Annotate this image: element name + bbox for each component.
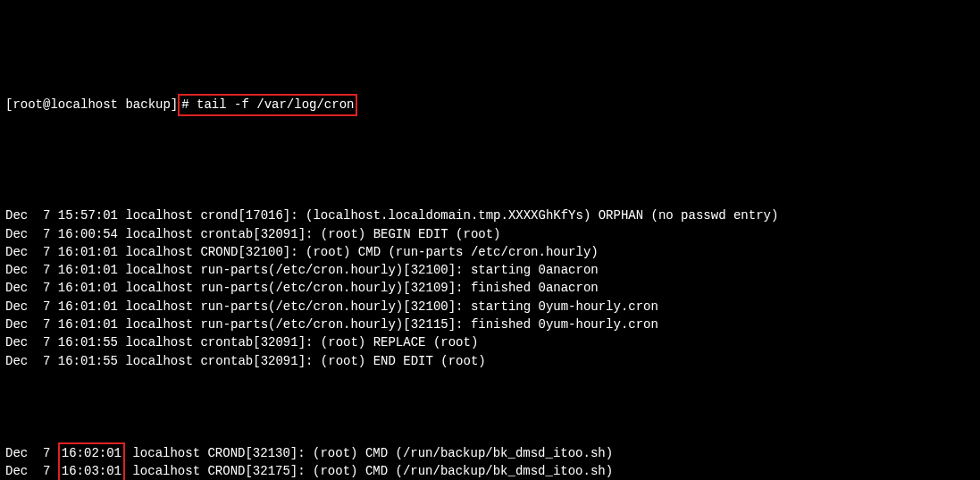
log-line: Dec 7 16:03:01 localhost CROND[32175]: (… xyxy=(5,462,975,480)
log-line: Dec 7 16:00:54 localhost crontab[32091]:… xyxy=(5,225,975,243)
log-line: Dec 7 16:01:01 localhost CROND[32100]: (… xyxy=(5,243,975,261)
log-line: Dec 7 15:57:01 localhost crond[17016]: (… xyxy=(5,206,975,224)
log-line: Dec 7 16:01:01 localhost run-parts(/etc/… xyxy=(5,316,975,333)
log-output-highlighted: Dec 7 16:02:01 localhost CROND[32130]: (… xyxy=(5,442,975,480)
log-line: Dec 7 16:02:01 localhost CROND[32130]: (… xyxy=(5,442,975,462)
log-message: localhost CROND[32130]: (root) CMD (/run… xyxy=(125,446,613,460)
command-highlight-box: # tail -f /var/log/cron xyxy=(178,94,357,115)
terminal-window[interactable]: [root@localhost backup]# tail -f /var/lo… xyxy=(0,0,980,480)
log-line: Dec 7 16:01:01 localhost run-parts(/etc/… xyxy=(5,261,975,279)
prompt-userhost: [root@localhost backup] xyxy=(5,97,178,112)
log-line: Dec 7 16:01:01 localhost run-parts(/etc/… xyxy=(5,279,975,297)
time-highlight-box: 16:02:01 xyxy=(58,442,125,462)
log-output-plain: Dec 7 15:57:01 localhost crond[17016]: (… xyxy=(5,206,975,370)
log-line: Dec 7 16:01:55 localhost crontab[32091]:… xyxy=(5,352,975,370)
log-message: localhost CROND[32175]: (root) CMD (/run… xyxy=(125,464,613,478)
log-line: Dec 7 16:01:01 localhost run-parts(/etc/… xyxy=(5,298,975,316)
log-date: Dec 7 xyxy=(5,464,58,478)
prompt-line: [root@localhost backup]# tail -f /var/lo… xyxy=(5,76,975,134)
log-date: Dec 7 xyxy=(5,446,58,460)
command-text: # tail -f /var/log/cron xyxy=(181,97,354,112)
log-line: Dec 7 16:01:55 localhost crontab[32091]:… xyxy=(5,333,975,351)
time-highlight-box: 16:03:01 xyxy=(58,462,125,480)
